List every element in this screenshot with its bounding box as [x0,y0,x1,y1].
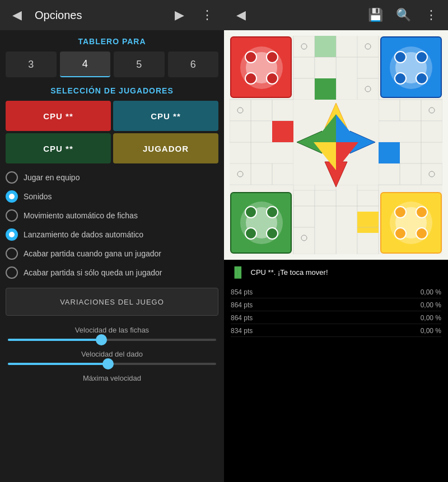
player-grid: CPU ** CPU ** CPU ** JUGADOR [6,101,218,163]
option-equipo-label: Jugar en equipo [24,173,80,182]
player2-button[interactable]: CPU ** [113,101,218,131]
slider-dado-label: Velocidad del dado [6,350,218,358]
score-pct-1: 0,00 % [421,301,441,309]
options-list: Jugar en equipo Sonidos Movimiento autom… [6,171,218,279]
score-row-3: 834 pts 0,00 % [231,325,441,337]
svg-point-37 [395,228,406,239]
svg-point-22 [416,52,427,63]
right-back-button[interactable]: ◀ [231,5,251,25]
svg-point-17 [267,73,278,84]
more-menu-button[interactable]: ⋮ [197,5,217,25]
slider-fichas-track[interactable] [8,339,216,341]
player-count-selector: 3 4 5 6 [6,52,218,77]
play-button[interactable]: ▶ [169,5,189,25]
variations-button[interactable]: VARIACIONES DEL JUEGO [6,288,218,316]
option-lanzamiento[interactable]: Lanzamiento de dados automático [6,228,218,241]
svg-point-31 [267,228,278,239]
radio-acabar-gana[interactable] [6,247,18,260]
slider-fichas-label: Velocidad de las fichas [6,326,218,334]
maxima-label: Máxima velocidad [6,374,218,382]
player1-button[interactable]: CPU ** [6,101,111,131]
svg-point-23 [395,73,406,84]
svg-point-28 [245,207,256,218]
option-movimiento[interactable]: Movimiento automático de fichas [6,209,218,222]
svg-rect-43 [293,190,315,254]
svg-point-15 [267,52,278,63]
svg-point-14 [245,52,256,63]
right-more-button[interactable]: ⋮ [421,5,441,25]
score-pts-3: 834 pts [231,327,253,335]
option-lanzamiento-label: Lanzamiento de dados automático [24,230,143,239]
svg-point-35 [395,207,406,218]
radio-sonidos[interactable] [6,190,18,203]
option-acabar-queda-label: Acabar partida si sólo queda un jugador [24,268,162,277]
left-panel: ◀ Opciones ▶ ⋮ TABLERO PARA 3 4 5 6 SELE… [0,0,224,482]
score-pts-1: 864 pts [231,301,253,309]
status-text: CPU **. ¡Te toca mover! [251,268,328,277]
score-pts-2: 864 pts [231,314,253,322]
right-header: ◀ 💾 🔍 ⋮ [224,0,448,30]
score-pct-3: 0,00 % [421,327,441,335]
slider-dado-thumb[interactable] [102,358,114,369]
option-acabar-gana-label: Acabar partida cuando gana un jugador [24,249,161,258]
radio-acabar-queda[interactable] [6,266,18,279]
option-sonidos-label: Sonidos [24,192,52,201]
score-pct-2: 0,00 % [421,314,441,322]
count-5-button[interactable]: 5 [114,52,165,77]
svg-point-38 [416,228,427,239]
game-board [224,30,448,260]
score-row-2: 864 pts 0,00 % [231,312,441,324]
slider-dado: Velocidad del dado [6,350,218,365]
slider-fichas: Velocidad de las fichas [6,326,218,341]
score-row-0: 854 pts 0,00 % [231,287,441,298]
svg-rect-49 [272,121,293,142]
right-panel: ◀ 💾 🔍 ⋮ [224,0,448,482]
svg-rect-52 [379,163,442,185]
option-acabar-gana[interactable]: Acabar partida cuando gana un jugador [6,247,218,260]
score-pts-0: 854 pts [231,288,253,296]
option-acabar-queda[interactable]: Acabar partida si sólo queda un jugador [6,266,218,279]
tablero-title: TABLERO PARA [6,37,218,46]
slider-dado-track[interactable] [8,363,216,365]
count-3-button[interactable]: 3 [6,52,57,77]
count-6-button[interactable]: 6 [168,52,219,77]
svg-point-24 [416,73,427,84]
scores-area: 854 pts 0,00 % 864 pts 0,00 % 864 pts 0,… [224,284,448,482]
search-button[interactable]: 🔍 [393,5,413,25]
option-equipo[interactable]: Jugar en equipo [6,171,218,184]
svg-rect-39 [293,36,315,100]
svg-rect-42 [315,36,336,57]
svg-rect-53 [379,142,400,163]
radio-lanzamiento[interactable] [6,228,18,241]
option-movimiento-label: Movimiento automático de fichas [24,211,138,220]
bar-chart-icon: ▐▌ [231,266,245,278]
left-header: ◀ Opciones ▶ ⋮ [0,0,224,30]
left-content: TABLERO PARA 3 4 5 6 SELECCIÓN DE JUGADO… [0,30,224,482]
svg-rect-41 [315,78,336,100]
back-button[interactable]: ◀ [7,5,27,25]
svg-point-30 [245,228,256,239]
radio-equipo[interactable] [6,171,18,184]
svg-rect-50 [379,100,442,121]
score-row-1: 864 pts 0,00 % [231,300,441,311]
page-title: Opciones [35,9,161,22]
svg-rect-51 [379,121,442,142]
svg-rect-47 [230,100,293,121]
slider-fichas-thumb[interactable] [96,334,107,345]
ludo-board-svg [230,36,442,254]
save-button[interactable]: 💾 [365,5,385,25]
svg-point-36 [416,207,427,218]
count-4-button[interactable]: 4 [60,52,111,77]
game-status-bar: ▐▌ CPU **. ¡Te toca mover! [224,260,448,284]
svg-point-29 [267,207,278,218]
player3-button[interactable]: CPU ** [6,133,111,163]
score-pct-0: 0,00 % [421,288,441,296]
option-sonidos[interactable]: Sonidos [6,190,218,203]
svg-rect-44 [315,190,336,254]
jugadores-title: SELECCIÓN DE JUGADORES [6,86,218,95]
player4-button[interactable]: JUGADOR [113,133,218,163]
svg-rect-46 [357,212,379,233]
svg-point-21 [395,52,406,63]
radio-movimiento[interactable] [6,209,18,222]
svg-point-16 [245,73,256,84]
